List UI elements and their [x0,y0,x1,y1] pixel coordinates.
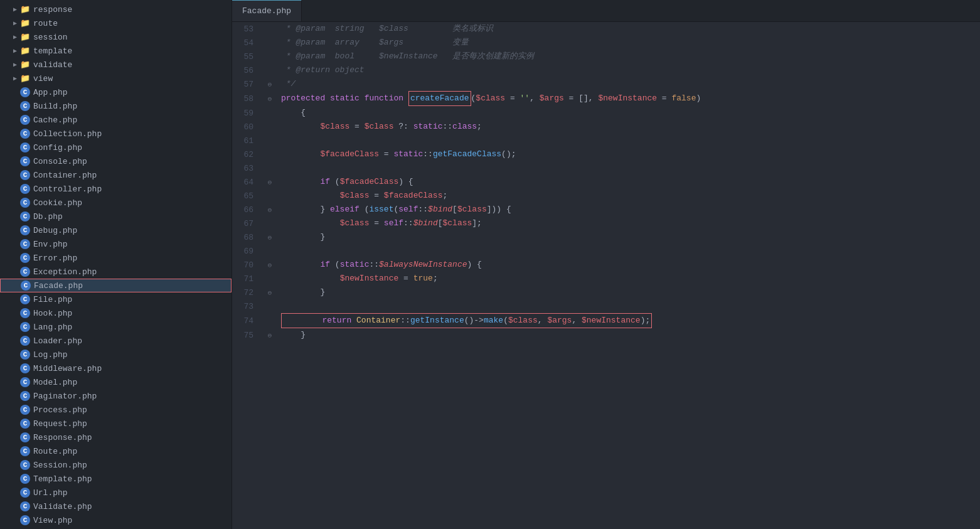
tree-item-label: session [33,33,68,42]
sidebar-item-View-php[interactable]: CView.php [0,513,232,527]
sidebar-item-Loader-php[interactable]: CLoader.php [0,334,232,348]
tree-item-label: Process.php [33,405,87,415]
tree-arrow: ▶ [10,6,20,13]
sidebar-item-Paginator-php[interactable]: CPaginator.php [0,389,232,403]
line-content-53: * @param string $class 类名或标识 [276,22,980,36]
sidebar-item-App-php[interactable]: CApp.php [0,85,232,99]
sidebar-item-Controller-php[interactable]: CController.php [0,182,232,196]
sidebar-item-Console-php[interactable]: CConsole.php [0,154,232,168]
file-tree[interactable]: ▶📁response▶📁route▶📁session▶📁template▶📁va… [0,0,232,529]
sidebar-item-Request-php[interactable]: CRequest.php [0,417,232,430]
line-content-55: * @param bool $newInstance 是否每次创建新的实例 [276,50,980,63]
line-content-73 [276,299,980,313]
sidebar-item-Cache-php[interactable]: CCache.php [0,113,232,127]
line-number-67: 67 [232,216,264,230]
tree-item-label: Log.php [33,350,68,360]
sidebar-item-File-php[interactable]: CFile.php [0,292,232,306]
sidebar-item-Url-php[interactable]: CUrl.php [0,486,232,500]
tree-item-label: Response.php [33,433,92,442]
sidebar-item-response[interactable]: ▶📁response [0,3,232,16]
line-content-63 [276,161,980,175]
sidebar-item-Collection-php[interactable]: CCollection.php [0,127,232,141]
code-editor[interactable]: 53 * @param string $class 类名或标识 54 * @pa… [232,22,980,529]
line-content-69 [276,244,980,258]
tree-item-label: Loader.php [33,336,82,346]
line-number-74: 74 [232,313,264,328]
php-file-icon: C [20,225,30,235]
code-line-61: 61 [232,134,980,147]
sidebar-item-Exception-php[interactable]: CException.php [0,265,232,279]
tree-item-label: Template.php [33,474,92,484]
sidebar-item-Db-php[interactable]: CDb.php [0,210,232,223]
sidebar-item-Container-php[interactable]: CContainer.php [0,168,232,182]
php-file-icon: C [20,308,30,318]
php-file-icon: C [20,515,30,525]
sidebar-item-Model-php[interactable]: CModel.php [0,375,232,389]
sidebar-item-Build-php[interactable]: CBuild.php [0,99,232,113]
code-line-54: 54 * @param array $args 变量 [232,36,980,50]
gutter-70: ⊖ [264,258,276,272]
php-file-icon: C [20,198,30,208]
sidebar-item-Env-php[interactable]: CEnv.php [0,237,232,251]
php-file-icon: C [21,281,31,291]
gutter-55 [264,50,276,63]
php-file-icon: C [20,184,30,194]
php-file-icon: C [20,405,30,415]
php-file-icon: C [20,474,30,484]
sidebar-item-Hook-php[interactable]: CHook.php [0,306,232,320]
line-number-62: 62 [232,147,264,161]
sidebar-item-route[interactable]: ▶📁route [0,16,232,30]
tree-item-label: response [33,5,72,14]
php-file-icon: C [20,115,30,125]
gutter-66: ⊖ [264,203,276,216]
sidebar-item-Validate-php[interactable]: CValidate.php [0,500,232,513]
sidebar-item-Lang-php[interactable]: CLang.php [0,320,232,334]
gutter-62 [264,147,276,161]
gutter-57: ⊖ [264,77,276,91]
line-number-70: 70 [232,258,264,272]
sidebar-item-Middleware-php[interactable]: CMiddleware.php [0,361,232,375]
sidebar-item-template[interactable]: ▶📁template [0,44,232,58]
tree-item-label: Container.php [33,171,97,180]
tree-item-label: Middleware.php [33,364,102,373]
php-file-icon: C [20,322,30,332]
line-content-74: return Container::getInstance()->make($c… [276,313,980,328]
php-file-icon: C [20,156,30,166]
sidebar-item-Process-php[interactable]: CProcess.php [0,403,232,417]
gutter-69 [264,244,276,258]
sidebar-item-Facade-php[interactable]: CFacade.php [0,279,232,292]
tree-item-label: Validate.php [33,502,92,511]
code-container: 53 * @param string $class 类名或标识 54 * @pa… [232,22,980,342]
tree-item-label: Build.php [33,102,77,111]
line-content-68: } [276,230,980,244]
sidebar-item-Error-php[interactable]: CError.php [0,251,232,265]
sidebar-item-Response-php[interactable]: CResponse.php [0,430,232,444]
sidebar-item-view[interactable]: ▶📁view [0,72,232,85]
code-line-73: 73 [232,299,980,313]
sidebar-item-Template-php[interactable]: CTemplate.php [0,472,232,486]
line-content-66: } elseif (isset(self::$bind[$class])) { [276,203,980,216]
tab-facade[interactable]: Facade.php [232,0,302,21]
line-content-62: $facadeClass = static::getFacadeClass(); [276,147,980,161]
php-file-icon: C [20,501,30,511]
sidebar-item-Session-php[interactable]: CSession.php [0,458,232,472]
tree-item-label: Session.php [33,461,87,470]
gutter-74 [264,313,276,328]
folder-icon: 📁 [20,18,30,28]
sidebar-item-Route-php[interactable]: CRoute.php [0,444,232,458]
sidebar-item-session[interactable]: ▶📁session [0,30,232,44]
sidebar-item-validate[interactable]: ▶📁validate [0,58,232,72]
code-line-69: 69 [232,244,980,258]
tree-item-label: Lang.php [33,323,72,332]
sidebar-item-Log-php[interactable]: CLog.php [0,348,232,361]
sidebar-item-Cookie-php[interactable]: CCookie.php [0,196,232,210]
code-line-71: 71 $newInstance = true; [232,272,980,286]
code-line-68: 68 ⊖ } [232,230,980,244]
sidebar-item-Debug-php[interactable]: CDebug.php [0,223,232,237]
tree-item-label: File.php [33,295,72,304]
line-content-54: * @param array $args 变量 [276,36,980,50]
line-content-58: protected static function createFacade($… [276,91,980,106]
sidebar-item-Config-php[interactable]: CConfig.php [0,141,232,154]
php-file-icon: C [20,488,30,498]
php-file-icon: C [20,170,30,180]
